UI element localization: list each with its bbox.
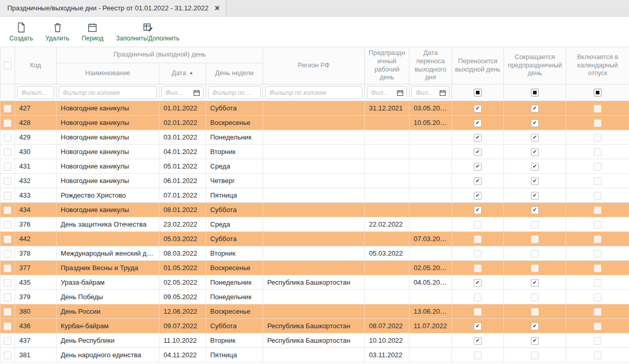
- transferred-checkbox[interactable]: [474, 352, 482, 359]
- row-select-cell[interactable]: [1, 319, 15, 333]
- filter-name-input[interactable]: [62, 89, 154, 97]
- column-header-region[interactable]: Регион РФ: [263, 47, 365, 85]
- shortened-checkbox[interactable]: ✔: [531, 105, 539, 113]
- table-row[interactable]: 380День России12.06.2022Воскресенье13.06…: [1, 304, 629, 319]
- column-header-transferred[interactable]: Переносится выходной день: [452, 47, 504, 85]
- vacation-checkbox[interactable]: [594, 148, 601, 156]
- row-select-cell[interactable]: [1, 217, 15, 232]
- row-select-checkbox[interactable]: [4, 105, 11, 113]
- column-header-transfer-date[interactable]: Дата переноса выходного дня: [409, 47, 452, 85]
- row-select-checkbox[interactable]: [4, 293, 11, 301]
- vacation-checkbox[interactable]: [594, 293, 601, 301]
- filter-region-input[interactable]: [268, 89, 359, 97]
- table-row[interactable]: 428Новогодние каникулы02.01.2022Воскресе…: [1, 116, 629, 130]
- select-all-checkbox[interactable]: [4, 62, 11, 69]
- row-select-checkbox[interactable]: [4, 221, 11, 229]
- delete-button[interactable]: Удалить: [40, 20, 75, 44]
- row-select-cell[interactable]: [1, 203, 15, 217]
- row-select-checkbox[interactable]: [4, 337, 11, 345]
- row-select-checkbox[interactable]: [4, 177, 11, 185]
- shortened-checkbox[interactable]: [531, 293, 539, 301]
- vacation-checkbox[interactable]: [594, 177, 601, 185]
- shortened-checkbox[interactable]: ✔: [531, 177, 539, 185]
- table-row[interactable]: 377Праздник Весны и Труда01.05.2022Воскр…: [1, 261, 629, 275]
- transferred-checkbox[interactable]: ✔: [474, 192, 482, 200]
- shortened-checkbox[interactable]: [531, 264, 539, 272]
- fill-button[interactable]: Заполнить/Дополнить: [111, 20, 185, 44]
- table-row[interactable]: 378Международный женский день08.03.2022В…: [1, 246, 629, 261]
- row-select-cell[interactable]: [1, 232, 15, 246]
- vacation-checkbox[interactable]: [594, 134, 601, 142]
- row-select-checkbox[interactable]: [4, 279, 11, 287]
- row-select-checkbox[interactable]: [4, 308, 11, 316]
- vacation-checkbox[interactable]: [594, 264, 601, 272]
- table-row[interactable]: 381День народного единства04.11.2022Пятн…: [1, 348, 629, 362]
- row-select-checkbox[interactable]: [4, 206, 11, 214]
- column-header-shortened[interactable]: Сокращается предпраздничный день: [504, 47, 566, 85]
- shortened-checkbox[interactable]: ✔: [531, 279, 539, 287]
- filter-shortened-checkbox[interactable]: [531, 89, 539, 96]
- row-select-checkbox[interactable]: [4, 323, 11, 330]
- filter-date-input[interactable]: [165, 89, 192, 97]
- shortened-checkbox[interactable]: [531, 352, 539, 359]
- table-row[interactable]: 435Ураза-байрам02.05.2022ПонедельникРесп…: [1, 275, 629, 290]
- shortened-checkbox[interactable]: [531, 250, 539, 258]
- vacation-checkbox[interactable]: [594, 308, 601, 316]
- column-header-preholiday[interactable]: Предпраздничный рабочий день: [365, 47, 409, 85]
- column-header-name[interactable]: Наименование: [57, 63, 159, 85]
- row-select-cell[interactable]: [1, 174, 15, 188]
- table-row[interactable]: 437День Республики11.10.2022ВторникРеспу…: [1, 333, 629, 348]
- table-row[interactable]: 430Новогодние каникулы04.01.2022Вторник✔…: [1, 145, 629, 159]
- transferred-checkbox[interactable]: ✔: [474, 279, 482, 287]
- transferred-checkbox[interactable]: [474, 293, 482, 301]
- row-select-cell[interactable]: [1, 275, 15, 290]
- transferred-checkbox[interactable]: ✔: [474, 105, 482, 113]
- row-select-checkbox[interactable]: [4, 352, 11, 359]
- vacation-checkbox[interactable]: [594, 206, 601, 214]
- vacation-checkbox[interactable]: [594, 119, 601, 127]
- shortened-checkbox[interactable]: ✔: [531, 148, 539, 156]
- transferred-checkbox[interactable]: ✔: [474, 119, 482, 127]
- vacation-checkbox[interactable]: [594, 323, 601, 330]
- transferred-checkbox[interactable]: [474, 308, 482, 316]
- vacation-checkbox[interactable]: [594, 105, 601, 113]
- filter-preholiday-input[interactable]: [370, 89, 395, 97]
- row-select-checkbox[interactable]: [4, 148, 11, 156]
- table-row[interactable]: 433Рождество Христово07.01.2022Пятница✔✔: [1, 188, 629, 203]
- transferred-checkbox[interactable]: ✔: [474, 206, 482, 214]
- row-select-cell[interactable]: [1, 333, 15, 348]
- row-select-cell[interactable]: [1, 116, 15, 130]
- row-select-cell[interactable]: [1, 246, 15, 261]
- period-button[interactable]: Период: [76, 20, 108, 44]
- transferred-checkbox[interactable]: ✔: [474, 148, 482, 156]
- shortened-checkbox[interactable]: ✔: [531, 323, 539, 330]
- transferred-checkbox[interactable]: ✔: [474, 323, 482, 330]
- transferred-checkbox[interactable]: ✔: [474, 337, 482, 345]
- row-select-cell[interactable]: [1, 130, 15, 145]
- shortened-checkbox[interactable]: ✔: [531, 337, 539, 345]
- shortened-checkbox[interactable]: ✔: [531, 119, 539, 127]
- transferred-checkbox[interactable]: [474, 250, 482, 258]
- row-select-cell[interactable]: [1, 159, 15, 174]
- table-row[interactable]: 427Новогодние каникулы01.01.2022Суббота3…: [1, 101, 629, 116]
- transferred-checkbox[interactable]: [474, 264, 482, 272]
- table-row[interactable]: 376День защитника Отечества23.02.2022Сре…: [1, 217, 629, 232]
- transferred-checkbox[interactable]: ✔: [474, 163, 482, 171]
- tab-holidays-registry[interactable]: Праздничные/выходные дни - Реестр от 01.…: [0, 0, 226, 16]
- row-select-cell[interactable]: [1, 101, 15, 116]
- filter-code-input[interactable]: [20, 89, 51, 97]
- vacation-checkbox[interactable]: [594, 221, 601, 229]
- filter-transfer-date-input[interactable]: [415, 89, 437, 97]
- table-row[interactable]: 432Новогодние каникулы06.01.2022Четверг✔…: [1, 174, 629, 188]
- transferred-checkbox[interactable]: ✔: [474, 134, 482, 142]
- table-row[interactable]: 379День Победы09.05.2022Понедельник: [1, 290, 629, 304]
- vacation-checkbox[interactable]: [594, 337, 601, 345]
- row-select-checkbox[interactable]: [4, 192, 11, 200]
- row-select-cell[interactable]: [1, 290, 15, 304]
- shortened-checkbox[interactable]: [531, 221, 539, 229]
- column-header-weekday[interactable]: День недели: [206, 63, 263, 85]
- row-select-cell[interactable]: [1, 145, 15, 159]
- vacation-checkbox[interactable]: [594, 279, 601, 287]
- table-row[interactable]: 44205.03.2022Суббота07.03.2022: [1, 232, 629, 246]
- column-header-vacation[interactable]: Включается в календарный отпуск: [566, 47, 629, 85]
